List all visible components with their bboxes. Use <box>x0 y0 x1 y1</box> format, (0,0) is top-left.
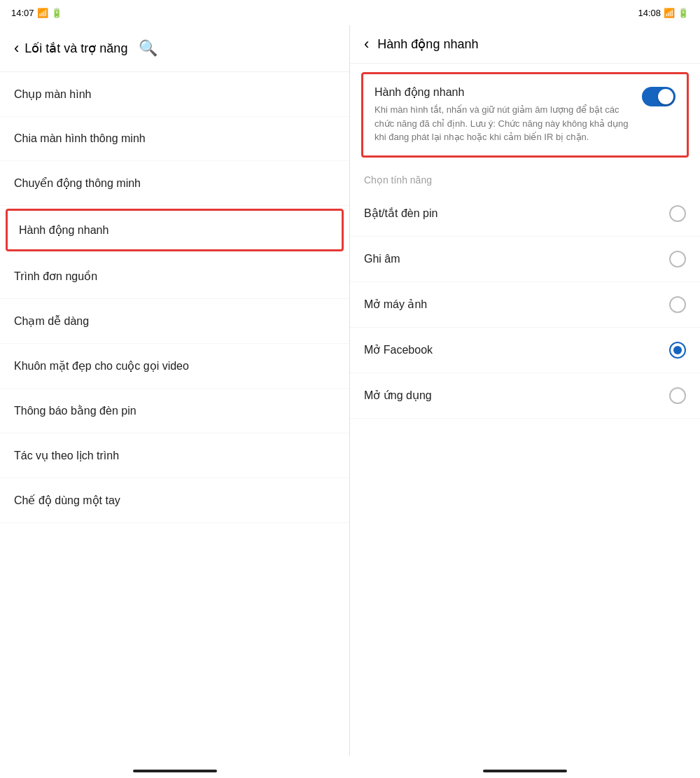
right-panel: ‹ Hành động nhanh Hành động nhanh Khi mà… <box>350 25 700 756</box>
right-header: ‹ Hành động nhanh <box>350 25 700 64</box>
main-content: ‹ Lối tắt và trợ năng 🔍 Chụp màn hìnhChi… <box>0 25 700 756</box>
left-list-item-3[interactable]: Hành động nhanh <box>6 209 344 251</box>
left-list-item-7[interactable]: Thông báo bằng đèn pin <box>0 389 349 433</box>
left-list-item-4[interactable]: Trình đơn nguồn <box>0 254 349 299</box>
quick-action-desc: Khi màn hình tắt, nhấn và giữ nút giảm â… <box>374 103 634 144</box>
right-option-label-1: Ghi âm <box>364 253 400 265</box>
search-button[interactable]: 🔍 <box>136 36 160 60</box>
radio-button-0[interactable] <box>669 205 686 222</box>
right-option-item-4[interactable]: Mở ứng dụng <box>350 373 700 419</box>
left-list-item-8[interactable]: Tác vụ theo lịch trình <box>0 433 349 478</box>
right-option-item-0[interactable]: Bật/tắt đèn pin <box>350 191 700 237</box>
left-list: Chụp màn hìnhChia màn hình thông minhChu… <box>0 72 349 756</box>
status-left: 14:07 📶 🔋 <box>11 8 62 18</box>
nav-indicator-right <box>483 770 567 772</box>
left-list-item-0[interactable]: Chụp màn hình <box>0 72 349 117</box>
back-button-right[interactable]: ‹ <box>364 36 369 52</box>
radio-button-2[interactable] <box>669 296 686 313</box>
right-option-label-4: Mở ứng dụng <box>364 389 432 402</box>
left-list-item-2[interactable]: Chuyển động thông minh <box>0 161 349 206</box>
quick-action-box: Hành động nhanh Khi màn hình tắt, nhấn v… <box>361 72 689 158</box>
back-arrow-left: ‹ <box>14 41 19 56</box>
status-right: 14:08 📶 🔋 <box>638 8 689 18</box>
options-list: Bật/tắt đèn pinGhi âmMở máy ảnhMở Facebo… <box>350 191 700 419</box>
left-panel: ‹ Lối tắt và trợ năng 🔍 Chụp màn hìnhChi… <box>0 25 350 756</box>
status-bar: 14:07 📶 🔋 14:08 📶 🔋 <box>0 0 700 25</box>
right-option-label-0: Bật/tắt đèn pin <box>364 207 438 220</box>
back-button-left[interactable]: ‹ Lối tắt và trợ năng <box>14 41 127 56</box>
bottom-indicator-right <box>350 770 700 772</box>
nav-indicator-left <box>133 770 217 772</box>
left-list-item-5[interactable]: Chạm dễ dàng <box>0 299 349 344</box>
radio-button-3[interactable] <box>669 342 686 359</box>
quick-action-header: Hành động nhanh Khi màn hình tắt, nhấn v… <box>374 85 676 144</box>
left-list-item-1[interactable]: Chia màn hình thông minh <box>0 117 349 161</box>
right-option-label-3: Mở Facebook <box>364 343 433 356</box>
quick-action-toggle[interactable] <box>642 87 676 106</box>
battery-icon-left: 🔋 <box>51 8 62 18</box>
quick-action-title: Hành động nhanh <box>374 85 634 99</box>
left-panel-title: Lối tắt và trợ năng <box>24 41 127 56</box>
bottom-bar <box>0 756 700 778</box>
section-label: Chọn tính năng <box>350 166 700 191</box>
radio-button-1[interactable] <box>669 251 686 268</box>
back-arrow-right: ‹ <box>364 36 369 52</box>
battery-icon-right: 🔋 <box>678 8 689 18</box>
right-option-item-3[interactable]: Mở Facebook <box>350 328 700 373</box>
signal-icon-left: 📶 <box>37 8 48 18</box>
bottom-indicator-left <box>0 770 350 772</box>
right-option-label-2: Mở máy ảnh <box>364 298 427 311</box>
left-list-item-6[interactable]: Khuôn mặt đẹp cho cuộc gọi video <box>0 344 349 389</box>
quick-action-text: Hành động nhanh Khi màn hình tắt, nhấn v… <box>374 85 634 144</box>
right-panel-title: Hành động nhanh <box>377 36 478 52</box>
left-list-item-9[interactable]: Chế độ dùng một tay <box>0 478 349 523</box>
right-option-item-1[interactable]: Ghi âm <box>350 237 700 282</box>
left-header: ‹ Lối tắt và trợ năng 🔍 <box>0 25 349 72</box>
right-option-item-2[interactable]: Mở máy ảnh <box>350 282 700 328</box>
radio-button-4[interactable] <box>669 387 686 404</box>
toggle-thumb <box>658 89 673 104</box>
time-right: 14:08 <box>638 8 661 18</box>
signal-icon-right: 📶 <box>664 8 675 18</box>
radio-dot-3 <box>673 346 682 354</box>
time-left: 14:07 <box>11 8 34 18</box>
